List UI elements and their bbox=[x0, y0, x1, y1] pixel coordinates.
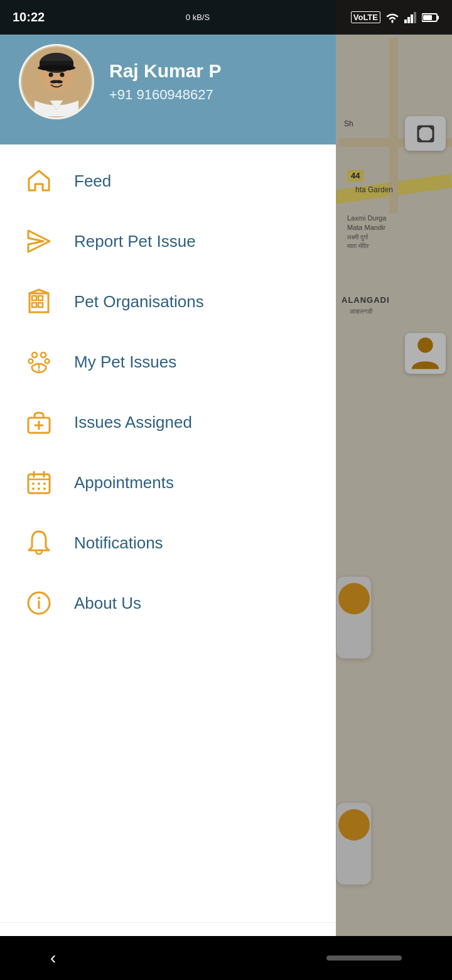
send-icon bbox=[23, 225, 55, 258]
status-data: 0 kB/S bbox=[186, 13, 210, 23]
menu-label-report-pet-issue: Report Pet Issue bbox=[74, 232, 196, 251]
menu-item-report-pet-issue[interactable]: Report Pet Issue bbox=[0, 211, 336, 271]
menu-item-pet-organisations[interactable]: Pet Organisations bbox=[0, 271, 336, 332]
menu-label-appointments: Appointments bbox=[74, 473, 174, 493]
menu-item-appointments[interactable]: Appointments bbox=[0, 452, 336, 513]
svg-rect-17 bbox=[38, 303, 43, 307]
svg-rect-15 bbox=[38, 296, 43, 300]
svg-rect-40 bbox=[404, 19, 407, 23]
user-phone: +91 9160948627 bbox=[109, 87, 317, 103]
briefcase-plus-icon bbox=[23, 406, 55, 438]
svg-point-9 bbox=[60, 73, 65, 77]
svg-rect-45 bbox=[437, 16, 439, 19]
svg-point-34 bbox=[32, 487, 35, 490]
svg-point-8 bbox=[49, 73, 53, 77]
calendar-icon bbox=[23, 466, 55, 499]
drawer-menu: Feed Report Pet Issue bbox=[0, 144, 336, 922]
user-info: Raj Kumar P +91 9160948627 bbox=[109, 60, 317, 103]
menu-label-pet-organisations: Pet Organisations bbox=[74, 292, 204, 312]
svg-point-7 bbox=[38, 65, 75, 71]
menu-item-feed[interactable]: Feed bbox=[0, 151, 336, 211]
bell-icon bbox=[23, 526, 55, 559]
menu-label-issues-assigned: Issues Assigned bbox=[74, 413, 192, 432]
menu-label-my-pet-issues: My Pet Issues bbox=[74, 352, 176, 372]
signal-icon bbox=[404, 12, 417, 23]
info-circle-icon bbox=[23, 587, 55, 619]
svg-point-39 bbox=[38, 597, 40, 599]
svg-point-18 bbox=[32, 352, 37, 357]
svg-marker-12 bbox=[28, 231, 50, 252]
menu-item-notifications[interactable]: Notifications bbox=[0, 513, 336, 573]
status-icons: VoLTE bbox=[351, 11, 439, 23]
user-name: Raj Kumar P bbox=[109, 60, 317, 82]
menu-label-notifications: Notifications bbox=[74, 533, 163, 553]
svg-point-31 bbox=[32, 482, 35, 485]
navigation-drawer: Raj Kumar P +91 9160948627 Feed Report P… bbox=[0, 0, 336, 980]
svg-point-19 bbox=[41, 352, 46, 357]
svg-point-33 bbox=[43, 482, 46, 485]
svg-point-35 bbox=[38, 487, 40, 490]
battery-icon bbox=[422, 13, 439, 23]
menu-label-feed: Feed bbox=[74, 172, 111, 191]
svg-rect-46 bbox=[423, 15, 432, 20]
wifi-icon bbox=[385, 12, 399, 23]
avatar-image bbox=[22, 47, 91, 116]
menu-label-about-us: About Us bbox=[74, 594, 141, 613]
svg-rect-14 bbox=[32, 296, 36, 300]
home-icon bbox=[23, 165, 55, 197]
svg-rect-41 bbox=[407, 17, 410, 23]
menu-item-about-us[interactable]: About Us bbox=[0, 573, 336, 633]
building-icon bbox=[23, 285, 55, 318]
status-bar: 10:22 0 kB/S VoLTE bbox=[0, 0, 452, 35]
svg-point-36 bbox=[43, 487, 46, 490]
home-indicator[interactable] bbox=[326, 956, 402, 961]
svg-point-32 bbox=[38, 482, 40, 485]
svg-rect-43 bbox=[414, 12, 416, 23]
menu-item-issues-assigned[interactable]: Issues Assigned bbox=[0, 392, 336, 452]
user-avatar[interactable] bbox=[19, 44, 94, 119]
svg-point-23 bbox=[38, 369, 40, 371]
svg-rect-42 bbox=[411, 14, 413, 23]
menu-item-my-pet-issues[interactable]: My Pet Issues bbox=[0, 332, 336, 392]
volte-icon: VoLTE bbox=[351, 11, 380, 23]
back-button[interactable]: ‹ bbox=[50, 948, 56, 968]
svg-point-20 bbox=[29, 359, 33, 364]
paw-icon bbox=[23, 346, 55, 378]
status-time: 10:22 bbox=[13, 10, 45, 24]
svg-point-21 bbox=[45, 359, 50, 364]
nav-bar: ‹ bbox=[0, 936, 452, 980]
svg-rect-16 bbox=[32, 303, 36, 307]
